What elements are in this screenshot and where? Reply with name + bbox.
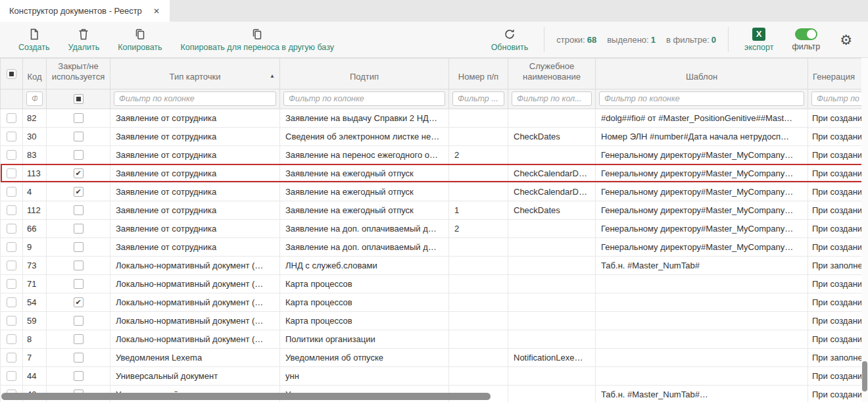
- table-row[interactable]: 83 Заявление от сотрудника Заявление на …: [1, 145, 868, 164]
- cell-closed[interactable]: [47, 293, 110, 311]
- tab-document-constructor[interactable]: Конструктор документов - Реестр ✕: [0, 0, 170, 22]
- cell-closed[interactable]: [47, 201, 110, 219]
- gear-icon[interactable]: ⚙: [840, 33, 852, 47]
- vertical-scrollbar[interactable]: [861, 58, 868, 402]
- cell-closed[interactable]: [47, 256, 110, 274]
- number-filter-input[interactable]: [452, 91, 504, 106]
- filter-toggle-button[interactable]: фильтр: [792, 28, 820, 51]
- column-header-number[interactable]: Номер п/п: [449, 59, 508, 89]
- row-select-cell[interactable]: [1, 238, 23, 256]
- delete-button[interactable]: Удалить: [68, 28, 100, 52]
- column-header-service-name[interactable]: Служебное наименование: [508, 59, 596, 89]
- row-select-checkbox[interactable]: [7, 353, 16, 363]
- template-filter-input[interactable]: [599, 91, 804, 106]
- export-button[interactable]: X экспорт: [744, 28, 773, 52]
- cell-closed[interactable]: [47, 127, 110, 145]
- table-row[interactable]: 73 Локально-нормативный документ (… ЛНД …: [1, 256, 868, 274]
- column-header-card-type[interactable]: Тип карточки▲: [110, 59, 280, 89]
- row-select-checkbox[interactable]: [7, 168, 16, 178]
- closed-checkbox[interactable]: [74, 297, 84, 307]
- table-row[interactable]: 59 Локально-нормативный документ (… Карт…: [1, 311, 868, 330]
- row-select-cell[interactable]: [1, 109, 23, 127]
- cell-closed[interactable]: [47, 330, 110, 348]
- row-select-cell[interactable]: [1, 293, 23, 311]
- row-select-checkbox[interactable]: [7, 224, 16, 234]
- closed-checkbox[interactable]: [74, 113, 84, 123]
- closed-checkbox[interactable]: [74, 334, 84, 344]
- row-select-cell[interactable]: [1, 274, 23, 293]
- row-select-checkbox[interactable]: [7, 261, 16, 270]
- cell-closed[interactable]: [47, 238, 110, 256]
- row-select-checkbox[interactable]: [7, 371, 16, 381]
- column-header-code[interactable]: Код: [23, 59, 47, 89]
- table-row[interactable]: 66 Заявление от сотрудника Заявление на …: [1, 219, 868, 238]
- closed-checkbox[interactable]: [74, 371, 84, 381]
- closed-checkbox[interactable]: [74, 353, 84, 363]
- row-select-cell[interactable]: [1, 182, 23, 201]
- table-row[interactable]: 54 Локально-нормативный документ (… Карт…: [1, 293, 868, 311]
- closed-checkbox[interactable]: [74, 187, 84, 197]
- column-header-closed[interactable]: Закрыт/не используется: [47, 59, 110, 89]
- closed-checkbox[interactable]: [74, 168, 84, 178]
- closed-checkbox[interactable]: [74, 242, 84, 252]
- table-row[interactable]: 4 Заявление от сотрудника Заявление на е…: [1, 182, 868, 201]
- code-filter-input[interactable]: [26, 91, 43, 106]
- row-select-checkbox[interactable]: [7, 297, 16, 307]
- closed-checkbox[interactable]: [74, 279, 84, 289]
- column-header-generation[interactable]: Генерация: [808, 59, 868, 89]
- row-select-cell[interactable]: [1, 366, 23, 385]
- row-select-cell[interactable]: [1, 348, 23, 366]
- select-all-header[interactable]: [1, 59, 23, 89]
- row-select-checkbox[interactable]: [7, 242, 16, 252]
- table-row[interactable]: 9 Заявление от сотрудника Заявление на д…: [1, 238, 868, 256]
- copy-transfer-button[interactable]: Копировать для переноса в другую базу: [181, 28, 334, 52]
- closed-checkbox[interactable]: [74, 132, 84, 141]
- row-select-checkbox[interactable]: [7, 205, 16, 215]
- closed-checkbox[interactable]: [74, 150, 84, 160]
- row-select-cell[interactable]: [1, 330, 23, 348]
- cell-closed[interactable]: [47, 145, 110, 164]
- table-row[interactable]: 44 Универсальный документ унн При создан…: [1, 366, 868, 385]
- table-row[interactable]: 82 Заявление от сотрудника Заявление на …: [1, 109, 868, 127]
- table-row[interactable]: 112 Заявление от сотрудника Заявление на…: [1, 201, 868, 219]
- cell-closed[interactable]: [47, 109, 110, 127]
- create-button[interactable]: Создать: [18, 28, 50, 52]
- closed-filter-checkbox[interactable]: [74, 94, 84, 104]
- cell-closed[interactable]: [47, 164, 110, 182]
- horizontal-scrollbar[interactable]: [0, 393, 868, 400]
- column-header-subtype[interactable]: Подтип: [280, 59, 449, 89]
- row-select-checkbox[interactable]: [7, 279, 16, 289]
- service-name-filter-input[interactable]: [512, 91, 592, 106]
- horizontal-scrollbar-thumb[interactable]: [1, 393, 491, 400]
- row-select-checkbox[interactable]: [7, 334, 16, 344]
- cell-closed[interactable]: [47, 311, 110, 330]
- table-row[interactable]: 113 Заявление от сотрудника Заявление на…: [1, 164, 868, 182]
- cell-closed[interactable]: [47, 366, 110, 385]
- closed-checkbox[interactable]: [74, 261, 84, 270]
- closed-checkbox[interactable]: [74, 224, 84, 234]
- closed-checkbox[interactable]: [74, 205, 84, 215]
- vertical-scrollbar-thumb[interactable]: [862, 361, 867, 391]
- filter-toggle-switch[interactable]: [795, 28, 817, 40]
- row-select-cell[interactable]: [1, 127, 23, 145]
- table-row[interactable]: 71 Локально-нормативный документ (… Карт…: [1, 274, 868, 293]
- refresh-button[interactable]: Обновить: [491, 28, 529, 52]
- card-type-filter-input[interactable]: [114, 91, 276, 106]
- tab-close-icon[interactable]: ✕: [151, 5, 162, 17]
- copy-button[interactable]: Копировать: [118, 28, 162, 52]
- generation-filter-input[interactable]: [811, 91, 868, 106]
- row-select-cell[interactable]: [1, 164, 23, 182]
- row-select-cell[interactable]: [1, 201, 23, 219]
- row-select-checkbox[interactable]: [7, 316, 16, 326]
- cell-closed[interactable]: [47, 182, 110, 201]
- row-select-checkbox[interactable]: [7, 187, 16, 197]
- table-row[interactable]: 8 Локально-нормативный документ (… Полит…: [1, 330, 868, 348]
- row-select-cell[interactable]: [1, 145, 23, 164]
- table-row[interactable]: 30 Заявление от сотрудника Сведения об э…: [1, 127, 868, 145]
- subtype-filter-input[interactable]: [283, 91, 445, 106]
- row-select-checkbox[interactable]: [7, 132, 16, 141]
- table-row[interactable]: 7 Уведомления Lexema Уведомления об отпу…: [1, 348, 868, 366]
- row-select-checkbox[interactable]: [7, 150, 16, 160]
- filter-cell-closed[interactable]: [47, 89, 110, 109]
- cell-closed[interactable]: [47, 219, 110, 238]
